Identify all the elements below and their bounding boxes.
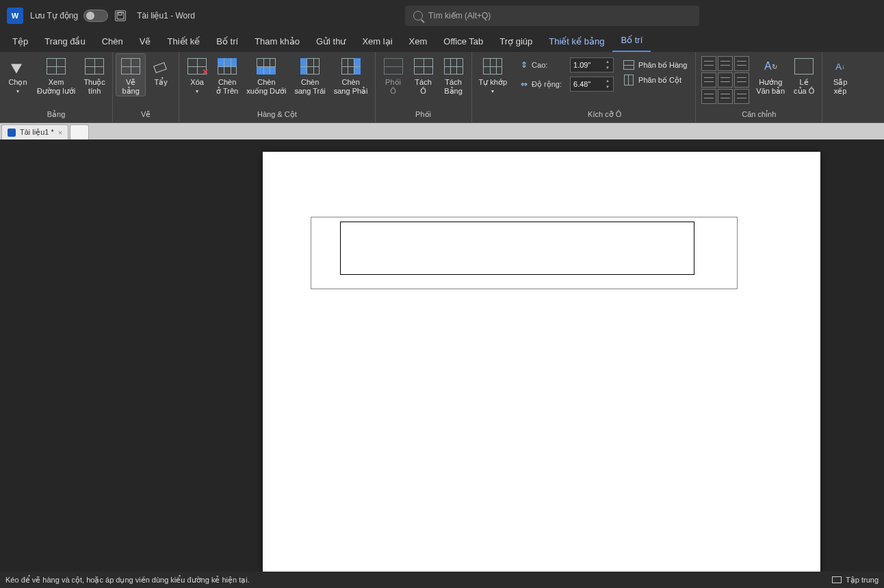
focus-icon: [832, 576, 842, 583]
align-tr[interactable]: [734, 56, 749, 71]
table-cell[interactable]: [340, 222, 694, 275]
insert-above-button[interactable]: Chèn ở Trên: [212, 53, 242, 96]
search-placeholder: Tìm kiếm (Alt+Q): [428, 11, 491, 21]
eraser-button[interactable]: Tẩy: [146, 53, 176, 87]
eraser-icon: [150, 56, 172, 77]
delete-icon: ×: [187, 58, 207, 75]
tab-mail[interactable]: Gửi thư: [308, 32, 354, 52]
tab-table-layout[interactable]: Bố trí: [612, 31, 651, 52]
insert-above-icon: [218, 58, 237, 75]
spinner-down-icon[interactable]: ▼: [603, 84, 612, 90]
select-button[interactable]: Chọn ▾: [3, 53, 33, 94]
split-table-icon: [444, 58, 463, 75]
spinner-down-icon[interactable]: ▼: [603, 65, 612, 71]
chevron-down-icon: ▾: [16, 88, 19, 94]
group-autofit: Tự khớp ▾: [472, 52, 515, 122]
text-direction-button[interactable]: A↻ Hướng Văn bản: [752, 53, 789, 96]
group-table: Chọn ▾ Xem Đường lưới Thuộc tính Bảng: [0, 52, 113, 122]
align-mc[interactable]: [718, 72, 733, 88]
draw-table-button[interactable]: Vẽ bảng: [116, 53, 146, 96]
align-mr[interactable]: [734, 72, 749, 88]
spinner-up-icon[interactable]: ▲: [603, 59, 612, 65]
ribbon: Chọn ▾ Xem Đường lưới Thuộc tính Bảng Vẽ…: [0, 52, 884, 123]
document-tab-bar: Tài liệu1 * ×: [0, 123, 884, 139]
align-bc[interactable]: [718, 89, 733, 104]
page[interactable]: [263, 152, 820, 572]
chevron-down-icon: ▾: [196, 88, 198, 94]
word-doc-icon: [8, 129, 16, 137]
title-bar: W Lưu Tự động Tài liệu1 - Word Tìm kiếm …: [0, 0, 884, 31]
group-data: A↓ Sắp xếp: [822, 52, 858, 122]
group-label-draw: Vẽ: [116, 109, 176, 122]
group-cellsize: ⇕ Cao: 1.09"▲▼ ⇔ Độ rộng: 6.48"▲▼ Phân b…: [514, 52, 696, 122]
autosave-group: Lưu Tự động: [30, 10, 108, 22]
tab-home[interactable]: Trang đầu: [36, 32, 94, 52]
tab-layout[interactable]: Bố trí: [208, 32, 246, 52]
group-label-cellsize: Kích cỡ Ô: [517, 109, 692, 122]
svg-rect-2: [154, 63, 166, 73]
insert-below-icon: [257, 58, 276, 75]
align-tc[interactable]: [718, 56, 733, 71]
width-input[interactable]: 6.48"▲▼: [570, 77, 614, 92]
insert-left-button[interactable]: Chèn sang Trái: [291, 53, 330, 96]
insert-right-button[interactable]: Chèn sang Phải: [330, 53, 372, 96]
split-table-button[interactable]: Tách Bảng: [439, 53, 469, 96]
save-icon[interactable]: [115, 10, 126, 21]
cell-margins-button[interactable]: Lề của Ô: [789, 53, 819, 96]
delete-button[interactable]: × Xóa ▾: [182, 53, 212, 94]
search-box[interactable]: Tìm kiếm (Alt+Q): [405, 5, 699, 26]
sort-button[interactable]: A↓ Sắp xếp: [825, 53, 855, 96]
merge-icon: [384, 58, 403, 75]
tab-officetab[interactable]: Office Tab: [435, 32, 491, 52]
tab-file[interactable]: Tệp: [4, 32, 36, 52]
tab-insert[interactable]: Chèn: [94, 32, 131, 52]
chevron-down-icon: ▾: [491, 88, 494, 94]
split-icon: [414, 58, 433, 75]
width-label: Độ rộng:: [532, 80, 566, 89]
autosave-toggle[interactable]: [83, 10, 108, 22]
spinner-up-icon[interactable]: ▲: [603, 78, 612, 84]
height-input[interactable]: 1.09"▲▼: [570, 57, 614, 72]
distribute-rows-button[interactable]: Phân bố Hàng: [618, 57, 692, 72]
align-bl[interactable]: [701, 89, 716, 104]
autofit-icon: [483, 58, 502, 75]
new-tab-button[interactable]: [70, 124, 89, 139]
autosave-label: Lưu Tự động: [30, 11, 78, 21]
tab-view[interactable]: Xem: [401, 32, 436, 52]
properties-button[interactable]: Thuộc tính: [79, 53, 109, 96]
height-icon: ⇕: [521, 60, 528, 70]
document-title: Tài liệu1 - Word: [137, 11, 195, 21]
close-tab-icon[interactable]: ×: [58, 129, 62, 137]
tab-help[interactable]: Trợ giúp: [491, 32, 541, 52]
tab-review[interactable]: Xem lại: [354, 32, 400, 52]
table-outline[interactable]: [311, 217, 738, 289]
height-label: Cao:: [532, 61, 566, 69]
properties-icon: [85, 58, 104, 75]
document-tab[interactable]: Tài liệu1 * ×: [1, 124, 68, 139]
status-bar: Kéo để vẽ hàng và cột, hoặc áp dụng viền…: [0, 572, 884, 588]
group-label-merge: Phối: [378, 109, 469, 122]
tab-draw[interactable]: Vẽ: [131, 32, 159, 52]
tab-references[interactable]: Tham khảo: [246, 32, 308, 52]
tab-table-design[interactable]: Thiết kế bảng: [541, 32, 612, 52]
focus-mode-button[interactable]: Tập trung: [832, 576, 879, 585]
autofit-button[interactable]: Tự khớp ▾: [475, 53, 512, 94]
align-tl[interactable]: [701, 56, 716, 71]
document-tab-label: Tài liệu1 *: [20, 128, 54, 137]
sort-icon: A↓: [829, 56, 851, 77]
tab-design[interactable]: Thiết kế: [159, 32, 208, 52]
cell-margins-icon: [794, 58, 814, 75]
insert-left-icon: [300, 58, 320, 75]
insert-below-button[interactable]: Chèn xuống Dưới: [242, 53, 290, 96]
word-icon: W: [7, 8, 23, 24]
split-cells-button[interactable]: Tách Ô: [408, 53, 439, 96]
ribbon-tabs: Tệp Trang đầu Chèn Vẽ Thiết kế Bố trí Th…: [0, 31, 884, 52]
align-ml[interactable]: [701, 72, 716, 88]
align-br[interactable]: [734, 89, 749, 104]
document-canvas[interactable]: [0, 139, 884, 572]
cursor-icon: [11, 59, 25, 74]
merge-cells-button[interactable]: Phối Ô: [378, 53, 408, 96]
draw-table-icon: [121, 58, 140, 75]
gridlines-button[interactable]: Xem Đường lưới: [33, 53, 79, 96]
distribute-cols-button[interactable]: Phân bố Cột: [618, 72, 692, 88]
